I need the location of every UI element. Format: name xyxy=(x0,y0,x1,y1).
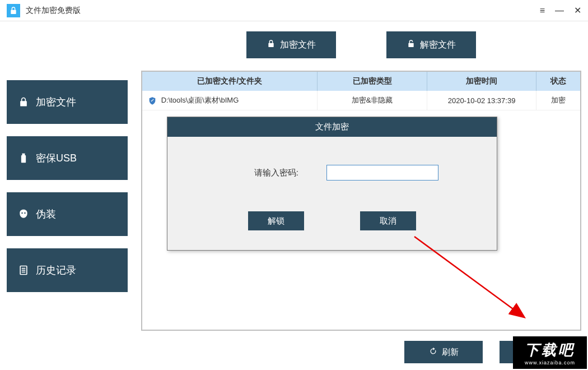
refresh-icon xyxy=(429,347,437,357)
lock-closed-icon xyxy=(267,39,276,50)
encrypted-files-table: 已加密文件/文件夹 已加密类型 加密时间 状态 D:\tools\桌面\素材\b… xyxy=(142,72,580,110)
sidebar-item-label: 加密文件 xyxy=(36,95,76,109)
watermark-text: 下载吧 xyxy=(525,340,575,360)
dialog-cancel-button[interactable]: 取消 xyxy=(360,211,416,230)
lock-open-icon xyxy=(407,39,416,50)
svg-rect-0 xyxy=(22,154,25,155)
encrypt-file-button[interactable]: 加密文件 xyxy=(246,31,336,58)
minimize-button[interactable]: — xyxy=(555,5,564,16)
col-status: 状态 xyxy=(536,72,580,91)
close-button[interactable]: ✕ xyxy=(574,5,581,16)
svg-rect-1 xyxy=(21,155,26,163)
window-controls: ≡ — ✕ xyxy=(540,5,581,16)
sidebar-item-label: 伪装 xyxy=(36,207,56,221)
usb-icon xyxy=(18,152,29,164)
cell-time: 2020-10-02 13:37:39 xyxy=(427,91,536,110)
shield-icon xyxy=(148,96,157,105)
password-input[interactable] xyxy=(326,165,438,181)
password-dialog: 文件加密 请输入密码: 解锁 取消 xyxy=(167,117,497,251)
cell-status: 加密 xyxy=(536,91,580,110)
sidebar-item-usb[interactable]: 密保USB xyxy=(7,136,128,180)
dialog-title: 文件加密 xyxy=(167,117,497,137)
sidebar-item-disguise[interactable]: 伪装 xyxy=(7,192,128,236)
col-path: 已加密文件/文件夹 xyxy=(142,72,318,91)
app-title: 文件加密免费版 xyxy=(26,6,81,16)
sidebar-item-encrypt[interactable]: 加密文件 xyxy=(7,80,128,124)
sidebar-item-label: 密保USB xyxy=(36,151,77,165)
dialog-unlock-button[interactable]: 解锁 xyxy=(248,211,304,230)
sidebar-item-label: 历史记录 xyxy=(36,263,76,277)
mask-icon xyxy=(18,209,29,220)
decrypt-file-button[interactable]: 解密文件 xyxy=(386,31,476,58)
sidebar: 加密文件 密保USB 伪装 历史记录 xyxy=(0,21,134,370)
table-row[interactable]: D:\tools\桌面\素材\bIMG 加密&非隐藏 2020-10-02 13… xyxy=(142,91,580,110)
watermark-url: www.xiazaiba.com xyxy=(525,360,575,366)
titlebar: 文件加密免费版 ≡ — ✕ xyxy=(0,0,588,21)
cell-path: D:\tools\桌面\素材\bIMG xyxy=(142,91,318,110)
col-type: 已加密类型 xyxy=(318,72,427,91)
menu-button[interactable]: ≡ xyxy=(540,5,545,16)
app-logo xyxy=(7,4,20,17)
refresh-button[interactable]: 刷新 xyxy=(404,341,483,363)
history-icon xyxy=(18,265,29,276)
top-buttons: 加密文件 解密文件 xyxy=(141,31,581,58)
cell-type: 加密&非隐藏 xyxy=(318,91,427,110)
password-label: 请输入密码: xyxy=(226,168,304,178)
sidebar-item-history[interactable]: 历史记录 xyxy=(7,248,128,292)
lock-icon xyxy=(18,96,29,108)
button-label: 加密文件 xyxy=(280,39,316,51)
button-label: 刷新 xyxy=(442,347,459,358)
col-time: 加密时间 xyxy=(427,72,536,91)
button-label: 解密文件 xyxy=(420,39,456,51)
watermark-logo: 下载吧 www.xiazaiba.com xyxy=(513,336,587,369)
